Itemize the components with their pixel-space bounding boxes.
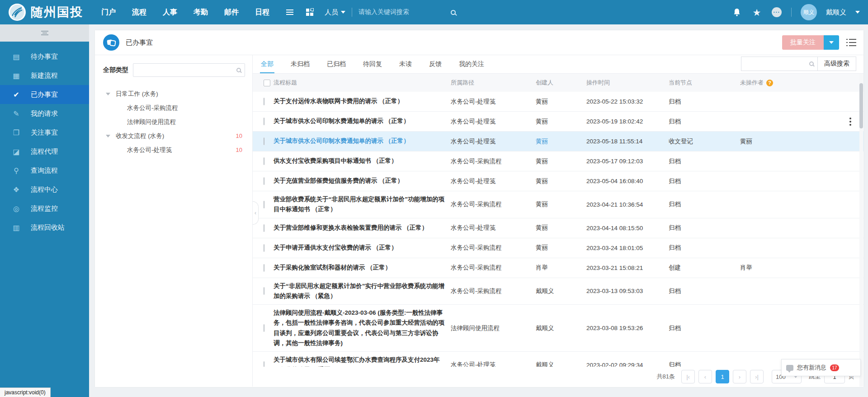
table-row[interactable]: 关于城市供水有限公司续签鄂汇办水费查询程序及支付2023年服务费的请示 （重要）… bbox=[253, 352, 863, 367]
messages-ellipsis-icon[interactable]: ··· bbox=[771, 7, 782, 18]
sidebar-item[interactable]: ❖ 流程中心 bbox=[0, 180, 89, 199]
batch-follow-dropdown-button[interactable] bbox=[824, 35, 839, 50]
last-page-button[interactable]: ›| bbox=[750, 370, 764, 383]
avatar[interactable]: 顺义 bbox=[801, 4, 817, 20]
row-checkbox[interactable] bbox=[264, 137, 264, 145]
notification-bell-icon[interactable] bbox=[731, 7, 742, 18]
sidebar-item[interactable]: ✔ 已办事宜 bbox=[0, 85, 89, 104]
advanced-search-button[interactable]: 高级搜索 bbox=[817, 57, 856, 71]
row-checkbox[interactable] bbox=[264, 157, 264, 165]
table-row[interactable]: 关于“非居民用水超定额累计加价”实行中营业部收费系统功能增加的采购请示 （紧急）… bbox=[253, 278, 863, 305]
row-title[interactable]: 关于“非居民用水超定额累计加价”实行中营业部收费系统功能增加的采购请示 （紧急） bbox=[274, 281, 451, 302]
tree-node[interactable]: 水务公司-处理笺 10 bbox=[103, 143, 245, 157]
tree-expander-icon[interactable] bbox=[106, 135, 110, 137]
row-actions-kebab-icon[interactable] bbox=[846, 118, 854, 126]
row-checkbox[interactable] bbox=[264, 361, 264, 367]
filter-tab[interactable]: 反馈 bbox=[428, 60, 443, 73]
row-checkbox[interactable] bbox=[264, 264, 264, 272]
row-checkbox[interactable] bbox=[264, 98, 264, 105]
menu-item[interactable]: 邮件 bbox=[224, 8, 239, 17]
row-path: 水务公司-处理笺 bbox=[451, 118, 536, 126]
table-row[interactable]: 关于采购化验室试剂和器材的请示 （正常） 水务公司-采购流程 肖举 2023-0… bbox=[253, 258, 863, 278]
table-search-icon[interactable] bbox=[809, 61, 814, 66]
row-title[interactable]: 关于营业部维修和更换水表检验装置费用的请示 （正常） bbox=[274, 223, 451, 233]
row-checkbox[interactable] bbox=[264, 118, 264, 125]
filter-tab[interactable]: 未读 bbox=[398, 60, 413, 73]
table-row[interactable]: 关于充值营业部催费短信服务费的请示 （正常） 水务公司-处理笺 黄丽 2023-… bbox=[253, 171, 863, 191]
tree-node[interactable]: 收发文流程 (水务) 10 bbox=[103, 129, 245, 143]
menu-item[interactable]: 门户 bbox=[101, 8, 116, 17]
app-launcher-icon[interactable] bbox=[302, 5, 317, 20]
sidebar-item[interactable]: ❐ 关注事宜 bbox=[0, 123, 89, 142]
global-search[interactable]: 请输入关键词搜索 bbox=[359, 8, 456, 16]
row-title[interactable]: 关于采购化验室试剂和器材的请示 （正常） bbox=[274, 263, 451, 273]
tree-collapse-handle[interactable]: ‹ bbox=[253, 201, 259, 225]
table-row[interactable]: 关于城市供水公司印制水费通知单的请示 （正常） 水务公司-处理笺 黄丽 2023… bbox=[253, 132, 863, 151]
sidebar-collapse-button[interactable] bbox=[0, 24, 89, 42]
filter-tab[interactable]: 我的关注 bbox=[458, 60, 485, 73]
row-checkbox[interactable] bbox=[264, 201, 264, 208]
filter-tab[interactable]: 待回复 bbox=[362, 60, 383, 73]
row-node: 归档 bbox=[669, 287, 740, 295]
sidebar-item[interactable]: ◪ 流程代理 bbox=[0, 142, 89, 161]
scrollbar-thumb[interactable] bbox=[859, 83, 863, 128]
help-icon[interactable]: ? bbox=[766, 80, 773, 86]
row-title[interactable]: 关于充值营业部催费短信服务费的请示 （正常） bbox=[274, 176, 451, 186]
table-row[interactable]: 关于营业部维修和更换水表检验装置费用的请示 （正常） 水务公司-处理笺 黄丽 2… bbox=[253, 218, 863, 238]
person-scope-dropdown[interactable]: 人员 bbox=[325, 8, 345, 17]
user-chevron-down-icon[interactable] bbox=[855, 11, 860, 14]
table-row[interactable]: 关于城市供水公司印制水费通知单的请示 （正常） 水务公司-处理笺 黄丽 2023… bbox=[253, 112, 863, 132]
batch-follow-button[interactable]: 批量关注 bbox=[782, 35, 824, 50]
next-page-button[interactable]: › bbox=[733, 370, 746, 383]
sidebar-item[interactable]: ✎ 我的请求 bbox=[0, 104, 89, 123]
prev-page-button[interactable]: ‹ bbox=[698, 370, 712, 383]
type-filter-input[interactable] bbox=[137, 67, 236, 74]
first-page-button[interactable]: |‹ bbox=[681, 370, 695, 383]
row-title[interactable]: 关于支付远传水表物联网卡费用的请示 （正常） bbox=[274, 96, 451, 106]
type-filter-search-icon[interactable] bbox=[236, 68, 241, 72]
tree-node[interactable]: 日常工作 (水务) bbox=[103, 87, 245, 101]
menu-item[interactable]: 考勤 bbox=[193, 8, 208, 17]
tree-node[interactable]: 水务公司-采购流程 bbox=[103, 101, 245, 115]
menu-item[interactable]: 流程 bbox=[132, 8, 146, 17]
row-title[interactable]: 关于城市供水公司印制水费通知单的请示 （正常） bbox=[274, 116, 451, 126]
menu-item[interactable]: 日程 bbox=[255, 8, 269, 17]
select-all-checkbox[interactable] bbox=[264, 80, 270, 86]
row-title[interactable]: 法律顾问使用流程-戴顺义-2023-03-06 (服务类型:一般性法律事务，包括… bbox=[274, 308, 451, 348]
sidebar-item[interactable]: ▦ 新建流程 bbox=[0, 66, 89, 85]
row-checkbox[interactable] bbox=[264, 287, 264, 295]
sidebar-item[interactable]: ▤ 待办事宜 bbox=[0, 47, 89, 66]
row-title[interactable]: 供水支付宝收费采购项目中标通知书 （正常） bbox=[274, 156, 451, 166]
row-title[interactable]: 营业部收费系统关于“非居民用水超定额累计加价”功能增加的项目中标通知书 （正常） bbox=[274, 194, 451, 215]
table-row[interactable]: 关于申请开通供水支付宝收费的请示 （正常） 水务公司-采购流程 黄丽 2023-… bbox=[253, 238, 863, 258]
row-title[interactable]: 关于城市供水公司印制水费通知单的请示 （正常） bbox=[274, 136, 451, 146]
filter-tab[interactable]: 全部 bbox=[260, 60, 274, 73]
table-row[interactable]: 营业部收费系统关于“非居民用水超定额累计加价”功能增加的项目中标通知书 （正常）… bbox=[253, 191, 863, 218]
filter-tab[interactable]: 已归档 bbox=[326, 60, 347, 73]
tree-node[interactable]: 法律顾问使用流程 bbox=[103, 115, 245, 129]
sidebar-item[interactable]: ▥ 流程回收站 bbox=[0, 218, 89, 237]
page-number-button[interactable]: 1 bbox=[716, 370, 729, 383]
new-message-toast[interactable]: 您有新消息 17 bbox=[781, 359, 861, 376]
row-checkbox[interactable] bbox=[264, 177, 264, 185]
tree-expander-icon[interactable] bbox=[106, 93, 110, 95]
row-checkbox[interactable] bbox=[264, 244, 264, 252]
row-checkbox[interactable] bbox=[264, 224, 264, 232]
sidebar-item[interactable]: ◎ 流程监控 bbox=[0, 199, 89, 218]
table-search-input[interactable] bbox=[745, 61, 809, 67]
menu-item[interactable]: 人事 bbox=[163, 8, 177, 17]
view-options-icon[interactable] bbox=[846, 39, 856, 46]
user-name[interactable]: 戴顺义 bbox=[826, 8, 846, 17]
sidebar-item[interactable]: ⚲ 查询流程 bbox=[0, 161, 89, 180]
table-row[interactable]: 关于支付远传水表物联网卡费用的请示 （正常） 水务公司-处理笺 黄丽 2023-… bbox=[253, 92, 863, 112]
row-checkbox[interactable] bbox=[264, 324, 264, 332]
search-icon[interactable] bbox=[451, 10, 456, 15]
sidebar-item-icon: ▥ bbox=[12, 223, 21, 232]
favorites-star-icon[interactable]: ★ bbox=[751, 7, 762, 18]
table-row[interactable]: 供水支付宝收费采购项目中标通知书 （正常） 水务公司-采购流程 黄丽 2023-… bbox=[253, 151, 863, 171]
hamburger-menu-icon[interactable] bbox=[282, 5, 297, 20]
row-title[interactable]: 关于城市供水有限公司续签鄂汇办水费查询程序及支付2023年服务费的请示 （重要） bbox=[274, 355, 451, 367]
table-row[interactable]: 法律顾问使用流程-戴顺义-2023-03-06 (服务类型:一般性法律事务，包括… bbox=[253, 305, 863, 352]
filter-tab[interactable]: 未归档 bbox=[290, 60, 311, 73]
row-title[interactable]: 关于申请开通供水支付宝收费的请示 （正常） bbox=[274, 243, 451, 253]
